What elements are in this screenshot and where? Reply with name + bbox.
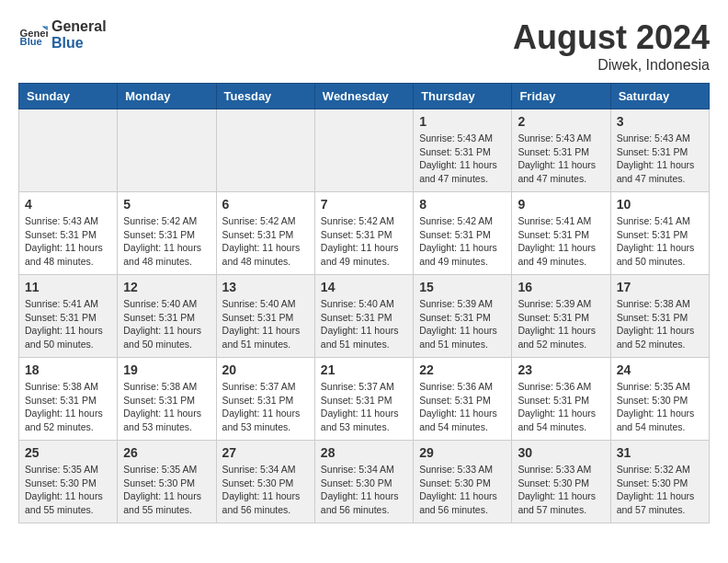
day-number: 2 — [518, 114, 604, 129]
calendar-cell: 24Sunrise: 5:35 AM Sunset: 5:30 PM Dayli… — [610, 358, 709, 441]
calendar-cell: 13Sunrise: 5:40 AM Sunset: 5:31 PM Dayli… — [216, 275, 314, 358]
calendar-cell: 28Sunrise: 5:34 AM Sunset: 5:30 PM Dayli… — [314, 441, 413, 523]
calendar-cell: 27Sunrise: 5:34 AM Sunset: 5:30 PM Dayli… — [216, 441, 314, 523]
header-day-wednesday: Wednesday — [314, 84, 413, 109]
calendar-cell: 5Sunrise: 5:42 AM Sunset: 5:31 PM Daylig… — [118, 192, 216, 275]
day-info: Sunrise: 5:33 AM Sunset: 5:30 PM Dayligh… — [419, 463, 506, 517]
day-number: 23 — [518, 362, 604, 377]
logo-general-text: General — [51, 18, 107, 35]
calendar-cell: 1Sunrise: 5:43 AM Sunset: 5:31 PM Daylig… — [414, 109, 512, 192]
location: Diwek, Indonesia — [513, 57, 710, 74]
day-number: 19 — [123, 362, 210, 377]
day-number: 13 — [222, 280, 309, 294]
calendar-cell: 17Sunrise: 5:38 AM Sunset: 5:31 PM Dayli… — [610, 275, 709, 358]
calendar-cell — [19, 109, 118, 192]
day-number: 7 — [321, 197, 407, 212]
day-info: Sunrise: 5:36 AM Sunset: 5:31 PM Dayligh… — [518, 380, 604, 434]
day-number: 17 — [617, 280, 703, 294]
day-info: Sunrise: 5:32 AM Sunset: 5:30 PM Dayligh… — [617, 463, 703, 517]
calendar-cell: 25Sunrise: 5:35 AM Sunset: 5:30 PM Dayli… — [19, 441, 118, 523]
day-info: Sunrise: 5:34 AM Sunset: 5:30 PM Dayligh… — [321, 463, 407, 517]
calendar-cell: 6Sunrise: 5:42 AM Sunset: 5:31 PM Daylig… — [216, 192, 314, 275]
day-number: 9 — [518, 197, 604, 212]
day-info: Sunrise: 5:43 AM Sunset: 5:31 PM Dayligh… — [419, 132, 506, 186]
day-info: Sunrise: 5:42 AM Sunset: 5:31 PM Dayligh… — [321, 214, 407, 269]
day-info: Sunrise: 5:43 AM Sunset: 5:31 PM Dayligh… — [518, 132, 604, 186]
calendar-cell: 31Sunrise: 5:32 AM Sunset: 5:30 PM Dayli… — [610, 441, 709, 523]
calendar-cell: 26Sunrise: 5:35 AM Sunset: 5:30 PM Dayli… — [118, 441, 216, 523]
day-info: Sunrise: 5:39 AM Sunset: 5:31 PM Dayligh… — [518, 297, 604, 351]
calendar-cell: 23Sunrise: 5:36 AM Sunset: 5:31 PM Dayli… — [512, 358, 610, 441]
day-number: 14 — [321, 280, 407, 294]
month-year: August 2024 — [513, 18, 710, 57]
calendar-cell: 4Sunrise: 5:43 AM Sunset: 5:31 PM Daylig… — [19, 192, 118, 275]
day-info: Sunrise: 5:35 AM Sunset: 5:30 PM Dayligh… — [123, 463, 210, 517]
calendar-cell: 18Sunrise: 5:38 AM Sunset: 5:31 PM Dayli… — [19, 358, 118, 441]
calendar-table: SundayMondayTuesdayWednesdayThursdayFrid… — [18, 83, 710, 523]
calendar-cell — [314, 109, 413, 192]
day-info: Sunrise: 5:38 AM Sunset: 5:31 PM Dayligh… — [123, 380, 210, 434]
day-number: 18 — [25, 362, 111, 377]
day-number: 11 — [25, 280, 111, 294]
header-day-thursday: Thursday — [414, 84, 512, 109]
day-number: 12 — [123, 280, 210, 294]
day-number: 6 — [222, 197, 309, 212]
day-info: Sunrise: 5:39 AM Sunset: 5:31 PM Dayligh… — [419, 297, 506, 351]
day-number: 31 — [617, 445, 703, 460]
day-number: 25 — [25, 445, 111, 460]
day-info: Sunrise: 5:41 AM Sunset: 5:31 PM Dayligh… — [25, 297, 111, 351]
day-number: 30 — [518, 445, 604, 460]
week-row-3: 11Sunrise: 5:41 AM Sunset: 5:31 PM Dayli… — [19, 275, 710, 358]
calendar-cell: 11Sunrise: 5:41 AM Sunset: 5:31 PM Dayli… — [19, 275, 118, 358]
day-info: Sunrise: 5:37 AM Sunset: 5:31 PM Dayligh… — [321, 380, 407, 434]
day-info: Sunrise: 5:42 AM Sunset: 5:31 PM Dayligh… — [222, 214, 309, 269]
logo-icon: General Blue — [18, 20, 48, 50]
calendar-cell: 3Sunrise: 5:43 AM Sunset: 5:31 PM Daylig… — [610, 109, 709, 192]
day-number: 27 — [222, 445, 309, 460]
day-info: Sunrise: 5:34 AM Sunset: 5:30 PM Dayligh… — [222, 463, 309, 517]
week-row-2: 4Sunrise: 5:43 AM Sunset: 5:31 PM Daylig… — [19, 192, 710, 275]
calendar-cell: 20Sunrise: 5:37 AM Sunset: 5:31 PM Dayli… — [216, 358, 314, 441]
calendar-cell: 10Sunrise: 5:41 AM Sunset: 5:31 PM Dayli… — [610, 192, 709, 275]
day-info: Sunrise: 5:36 AM Sunset: 5:31 PM Dayligh… — [419, 380, 506, 434]
header-day-sunday: Sunday — [19, 84, 118, 109]
day-number: 8 — [419, 197, 506, 212]
day-number: 22 — [419, 362, 506, 377]
header-day-friday: Friday — [512, 84, 610, 109]
calendar-cell: 12Sunrise: 5:40 AM Sunset: 5:31 PM Dayli… — [118, 275, 216, 358]
day-info: Sunrise: 5:42 AM Sunset: 5:31 PM Dayligh… — [123, 214, 210, 269]
calendar-cell: 7Sunrise: 5:42 AM Sunset: 5:31 PM Daylig… — [314, 192, 413, 275]
day-info: Sunrise: 5:43 AM Sunset: 5:31 PM Dayligh… — [25, 214, 111, 269]
calendar-cell: 21Sunrise: 5:37 AM Sunset: 5:31 PM Dayli… — [314, 358, 413, 441]
day-number: 4 — [25, 197, 111, 212]
day-info: Sunrise: 5:38 AM Sunset: 5:31 PM Dayligh… — [25, 380, 111, 434]
day-number: 20 — [222, 362, 309, 377]
calendar-cell: 8Sunrise: 5:42 AM Sunset: 5:31 PM Daylig… — [414, 192, 512, 275]
day-info: Sunrise: 5:35 AM Sunset: 5:30 PM Dayligh… — [25, 463, 111, 517]
calendar-cell: 15Sunrise: 5:39 AM Sunset: 5:31 PM Dayli… — [414, 275, 512, 358]
title-block: August 2024 Diwek, Indonesia — [513, 18, 710, 74]
day-info: Sunrise: 5:40 AM Sunset: 5:31 PM Dayligh… — [123, 297, 210, 351]
calendar-cell: 30Sunrise: 5:33 AM Sunset: 5:30 PM Dayli… — [512, 441, 610, 523]
calendar-cell — [216, 109, 314, 192]
day-number: 28 — [321, 445, 407, 460]
day-info: Sunrise: 5:40 AM Sunset: 5:31 PM Dayligh… — [222, 297, 309, 351]
logo-blue-text: Blue — [51, 35, 107, 52]
day-info: Sunrise: 5:41 AM Sunset: 5:31 PM Dayligh… — [617, 214, 703, 269]
header-day-monday: Monday — [118, 84, 216, 109]
calendar-cell: 19Sunrise: 5:38 AM Sunset: 5:31 PM Dayli… — [118, 358, 216, 441]
day-number: 3 — [617, 114, 703, 129]
header-row: SundayMondayTuesdayWednesdayThursdayFrid… — [19, 84, 710, 109]
week-row-5: 25Sunrise: 5:35 AM Sunset: 5:30 PM Dayli… — [19, 441, 710, 523]
day-number: 29 — [419, 445, 506, 460]
page-header: General Blue General Blue August 2024 Di… — [18, 18, 710, 74]
calendar-cell: 16Sunrise: 5:39 AM Sunset: 5:31 PM Dayli… — [512, 275, 610, 358]
day-info: Sunrise: 5:33 AM Sunset: 5:30 PM Dayligh… — [518, 463, 604, 517]
header-day-tuesday: Tuesday — [216, 84, 314, 109]
day-number: 24 — [617, 362, 703, 377]
day-info: Sunrise: 5:41 AM Sunset: 5:31 PM Dayligh… — [518, 214, 604, 269]
calendar-cell: 2Sunrise: 5:43 AM Sunset: 5:31 PM Daylig… — [512, 109, 610, 192]
day-info: Sunrise: 5:40 AM Sunset: 5:31 PM Dayligh… — [321, 297, 407, 351]
day-number: 15 — [419, 280, 506, 294]
svg-text:Blue: Blue — [20, 36, 42, 47]
